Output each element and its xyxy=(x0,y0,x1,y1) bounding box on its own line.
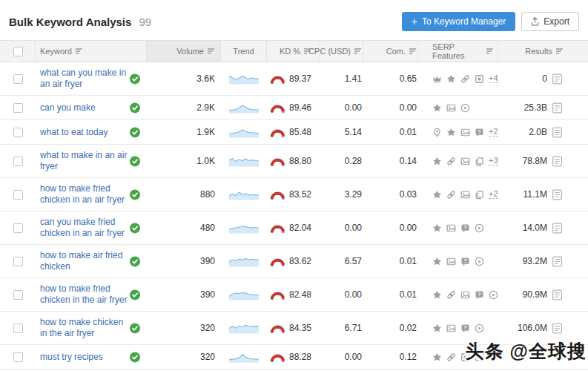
table-row: how to make fried chicken in an air frye… xyxy=(0,178,588,211)
kd-cell: 85.48 xyxy=(267,127,320,137)
serp-report-icon[interactable] xyxy=(552,127,563,138)
keyword-link[interactable]: how to make fried chicken in an air frye… xyxy=(40,178,129,211)
serp-report-icon[interactable] xyxy=(552,289,563,301)
volume-value: 390 xyxy=(147,289,221,300)
cpc-value: 0.00 xyxy=(320,102,363,113)
row-checkbox[interactable] xyxy=(13,257,23,266)
serp-more-link[interactable]: +2 xyxy=(489,128,498,137)
row-checkbox[interactable] xyxy=(13,352,23,362)
serp-report-icon[interactable] xyxy=(552,223,563,234)
serp-report-icon[interactable] xyxy=(552,323,563,334)
table-row: can you make 2.9K 89.46 0.00 0.00 25.3B xyxy=(0,96,588,120)
serp-features-cell: ? xyxy=(418,324,498,333)
results-value: 90.9M xyxy=(523,289,547,300)
cpc-value: 0.00 xyxy=(320,223,363,233)
table-header-row: Keyword Volume Trend KD % CPC (USD) Com. xyxy=(0,40,588,62)
kd-gauge-icon xyxy=(270,190,285,200)
kd-gauge-icon xyxy=(270,128,285,137)
sort-icon xyxy=(486,47,493,56)
keyword-link[interactable]: can you make fried chicken in an air fry… xyxy=(40,211,129,244)
check-icon xyxy=(129,73,141,85)
to-keyword-manager-button[interactable]: + To Keyword Manager xyxy=(402,12,516,31)
keyword-cell: must try recipes xyxy=(36,347,147,368)
results-cell: 2.0B xyxy=(498,127,570,138)
row-checkbox[interactable] xyxy=(13,324,23,333)
keyword-cell: what to make in an air fryer xyxy=(36,145,147,177)
kd-gauge-icon xyxy=(270,223,285,233)
serp-report-icon[interactable] xyxy=(552,156,563,167)
serp-features-cell: ? xyxy=(418,290,498,300)
keyword-link[interactable]: how to make fried chicken in the air fry… xyxy=(40,278,129,311)
select-all-checkbox[interactable] xyxy=(13,47,23,56)
serp-report-icon[interactable] xyxy=(552,102,563,114)
column-header-keyword[interactable]: Keyword xyxy=(36,41,147,62)
keyword-link[interactable]: what to make in an air fryer xyxy=(40,145,129,177)
volume-value: 1.0K xyxy=(147,156,221,166)
trend-sparkline xyxy=(228,349,260,365)
row-checkbox[interactable] xyxy=(13,157,23,166)
column-header-results[interactable]: Results xyxy=(498,41,570,62)
row-checkbox[interactable] xyxy=(13,103,23,113)
column-header-serp-features[interactable]: SERP Features xyxy=(418,41,498,62)
check-icon xyxy=(129,126,141,138)
keyword-link[interactable]: can you make xyxy=(40,97,96,119)
svg-text:?: ? xyxy=(478,291,480,296)
check-icon xyxy=(129,188,141,200)
serp-report-icon[interactable] xyxy=(552,189,563,200)
results-cell: 0 xyxy=(498,73,570,85)
keyword-link[interactable]: what can you make in an air fryer xyxy=(40,62,129,95)
sort-icon xyxy=(556,47,563,56)
column-header-trend: Trend xyxy=(221,41,267,62)
column-header-cpc[interactable]: CPC (USD) xyxy=(300,41,363,62)
row-checkbox[interactable] xyxy=(13,190,23,200)
volume-value: 880 xyxy=(147,189,221,200)
trend-cell xyxy=(221,154,267,169)
star-icon xyxy=(432,190,442,200)
row-checkbox[interactable] xyxy=(13,223,23,233)
check-icon xyxy=(129,351,141,363)
column-header-volume[interactable]: Volume xyxy=(147,41,221,62)
serp-more-link[interactable]: +3 xyxy=(489,157,498,165)
keyword-cell: can you make fried chicken in an air fry… xyxy=(36,211,147,244)
pin-icon xyxy=(432,128,442,137)
link-icon xyxy=(446,190,456,200)
column-label-com: Com. xyxy=(386,47,406,56)
serp-more-link[interactable]: +2 xyxy=(489,190,498,199)
serp-more-link[interactable]: +4 xyxy=(489,74,498,83)
results-value: 2.0B xyxy=(529,127,547,137)
kd-cell: 82.04 xyxy=(267,223,320,233)
column-label-results: Results xyxy=(525,47,552,56)
keyword-link[interactable]: what to eat today xyxy=(40,122,108,143)
volume-value: 480 xyxy=(147,223,221,233)
kd-gauge-icon xyxy=(270,290,285,300)
serp-features-cell: +3 xyxy=(418,157,498,166)
keyword-link[interactable]: how to make air fried chicken xyxy=(40,245,129,278)
pages-icon xyxy=(475,157,484,166)
kd-value: 89.46 xyxy=(289,102,311,113)
row-checkbox-cell xyxy=(9,257,36,266)
sort-icon xyxy=(208,47,214,56)
com-value: 0.01 xyxy=(363,289,418,300)
results-cell: 11.1M xyxy=(498,189,570,200)
column-header-com[interactable]: Com. xyxy=(363,41,418,62)
play-icon xyxy=(460,103,470,113)
kd-gauge-icon xyxy=(270,324,285,333)
serp-report-icon[interactable] xyxy=(552,73,563,85)
row-checkbox[interactable] xyxy=(13,74,23,84)
export-button[interactable]: Export xyxy=(521,12,579,31)
svg-text:?: ? xyxy=(463,257,466,263)
com-value: 0.01 xyxy=(363,127,418,137)
faq-icon: ? xyxy=(460,257,470,266)
serp-report-icon[interactable] xyxy=(552,256,563,267)
star-icon xyxy=(446,74,456,84)
image-icon xyxy=(460,290,470,300)
row-checkbox[interactable] xyxy=(13,128,23,137)
keyword-link[interactable]: how to make chicken in the air fryer xyxy=(40,312,129,344)
row-checkbox[interactable] xyxy=(13,290,23,300)
keyword-link[interactable]: must try recipes xyxy=(40,347,103,368)
image-icon xyxy=(446,223,456,233)
link-icon xyxy=(460,74,470,84)
star-icon xyxy=(432,352,442,362)
row-checkbox-cell xyxy=(9,103,36,113)
table-row: what to eat today 1.9K 85.48 5.14 0.01 ?… xyxy=(0,120,588,145)
